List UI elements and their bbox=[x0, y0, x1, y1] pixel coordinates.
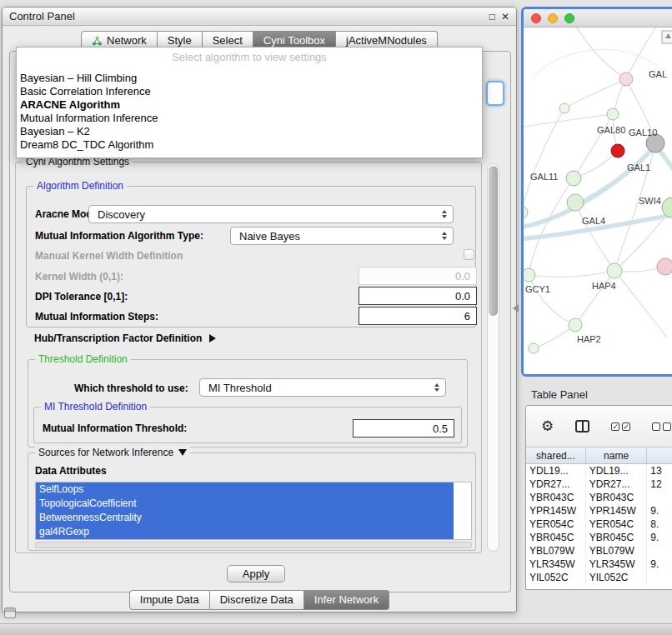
kernel-width-field[interactable]: 0.0 bbox=[359, 267, 477, 285]
network-node-pink[interactable] bbox=[657, 258, 672, 275]
zoom-traffic-light-icon[interactable] bbox=[564, 13, 574, 23]
combo-arrows-icon bbox=[434, 383, 439, 392]
apply-button[interactable]: Apply bbox=[227, 565, 285, 582]
tab-infer-network-label: Infer Network bbox=[314, 593, 379, 606]
threshold-definition-group: Threshold Definition Which threshold to … bbox=[28, 359, 468, 448]
minimize-traffic-light-icon[interactable] bbox=[548, 13, 558, 23]
list-item[interactable]: SelfLoops bbox=[36, 482, 454, 497]
table-header-row: shared... name bbox=[526, 448, 672, 464]
cell: YDR27... bbox=[526, 478, 586, 491]
hub-definition-disclosure[interactable]: Hub/Transcription Factor Definition bbox=[34, 332, 216, 344]
table-row[interactable]: YDR27... YDR27... 12 bbox=[526, 478, 672, 491]
control-panel-titlebar[interactable]: Control Panel □ ✕ bbox=[3, 8, 516, 26]
close-window-icon[interactable]: ✕ bbox=[501, 11, 509, 22]
mi-steps-value: 6 bbox=[464, 310, 470, 322]
algorithm-option[interactable]: Mutual Information Inference bbox=[17, 112, 482, 125]
threshold-definition-title: Threshold Definition bbox=[35, 353, 131, 365]
tab-impute-data[interactable]: Impute Data bbox=[129, 590, 210, 610]
kernel-width-label: Kernel Width (0,1): bbox=[35, 271, 123, 282]
float-window-icon[interactable]: □ bbox=[489, 11, 495, 22]
network-node[interactable] bbox=[524, 268, 535, 282]
column-header[interactable]: shared... bbox=[526, 448, 586, 463]
cell: 9. bbox=[647, 504, 672, 518]
minimized-panel-icon[interactable] bbox=[4, 608, 16, 618]
network-node[interactable] bbox=[529, 343, 539, 353]
tab-discretize-data[interactable]: Discretize Data bbox=[210, 590, 304, 610]
splitter-collapse-arrow[interactable] bbox=[513, 304, 519, 312]
column-header[interactable] bbox=[647, 448, 672, 463]
aracne-mode-select[interactable]: Discovery bbox=[88, 205, 454, 223]
algorithm-option[interactable]: Bayesian – Hill Climbing bbox=[17, 72, 482, 85]
gear-icon[interactable]: ⚙ bbox=[541, 419, 554, 433]
node-label: GAL10 bbox=[629, 128, 657, 138]
algorithm-definition-group: Algorithm Definition Aracne Mode: Discov… bbox=[26, 186, 476, 328]
table-row[interactable]: YLR345W YLR345W 9. bbox=[526, 558, 672, 571]
mi-type-select[interactable]: Naive Bayes bbox=[230, 227, 454, 245]
deselect-all-columns-icon[interactable] bbox=[652, 422, 671, 431]
data-attributes-label: Data Attributes bbox=[35, 465, 107, 477]
list-item[interactable]: gal4RGexp bbox=[36, 525, 454, 539]
node-label: GAL80 bbox=[597, 125, 625, 135]
mi-threshold-field[interactable]: 0.5 bbox=[353, 419, 454, 438]
table-row[interactable]: YBR043C YBR043C bbox=[526, 491, 672, 504]
network-window-titlebar[interactable] bbox=[524, 9, 672, 28]
algorithm-option-selected[interactable]: ARACNE Algorithm bbox=[17, 98, 482, 112]
mi-steps-field[interactable]: 6 bbox=[359, 307, 477, 325]
dpi-tolerance-label: DPI Tolerance [0,1]: bbox=[35, 291, 128, 302]
table-row[interactable]: YPR145W YPR145W 9. bbox=[526, 504, 672, 518]
network-node[interactable] bbox=[559, 103, 569, 113]
mi-threshold-value: 0.5 bbox=[433, 422, 448, 435]
algorithm-option[interactable]: Basic Correlation Inference bbox=[17, 85, 482, 98]
list-item[interactable]: BetweennessCentrality bbox=[36, 511, 454, 525]
cell: YIL052C bbox=[586, 571, 648, 584]
table-row[interactable]: YBL079W YBL079W bbox=[526, 544, 672, 558]
cell: YPR145W bbox=[526, 504, 586, 518]
cyni-algorithm-settings-group: Cyni Algorithm Settings Algorithm Defini… bbox=[15, 162, 482, 553]
list-item[interactable]: TopologicalCoefficient bbox=[36, 497, 454, 511]
node-label: GAL4 bbox=[582, 216, 605, 226]
network-icon bbox=[92, 36, 103, 46]
cell: YLR345W bbox=[586, 558, 648, 571]
control-panel-title: Control Panel bbox=[9, 10, 75, 22]
algorithm-combo-focus-fragment bbox=[486, 81, 504, 106]
network-node[interactable] bbox=[567, 194, 584, 211]
table-row[interactable]: YDL19... YDL19... 13 bbox=[526, 464, 672, 478]
manual-kernel-checkbox[interactable] bbox=[464, 249, 474, 260]
list-horizontal-scrollbar[interactable] bbox=[35, 542, 472, 548]
settings-scrollbar-track[interactable] bbox=[487, 163, 499, 552]
columns-icon[interactable] bbox=[575, 420, 589, 432]
node-label: GAL11 bbox=[530, 172, 558, 182]
network-scrollbar-arrow[interactable] bbox=[662, 31, 672, 43]
network-node[interactable] bbox=[619, 72, 633, 86]
algorithm-option[interactable]: Dream8 DC_TDC Algorithm bbox=[17, 138, 482, 152]
column-header[interactable]: name bbox=[586, 448, 648, 463]
table-panel-toolbar: ⚙ ✓ ✓ bbox=[526, 406, 672, 448]
dpi-tolerance-field[interactable]: 0.0 bbox=[359, 287, 477, 305]
network-node[interactable] bbox=[569, 318, 582, 332]
network-canvas[interactable]: GAL80 GAL10 GAL11 GAL1 SWI4 GAL4 GCY1 HA… bbox=[524, 28, 672, 374]
network-node-red[interactable] bbox=[611, 144, 624, 158]
data-attributes-list: SelfLoops TopologicalCoefficient Between… bbox=[35, 482, 472, 540]
checked-box-icon: ✓ bbox=[611, 422, 619, 431]
cell: YIL052C bbox=[526, 571, 586, 584]
network-node[interactable] bbox=[607, 263, 622, 278]
network-node[interactable] bbox=[566, 171, 581, 186]
cell: 9. bbox=[647, 558, 672, 571]
network-node[interactable] bbox=[607, 108, 619, 120]
table-row[interactable]: YBR045C YBR045C 9. bbox=[526, 531, 672, 544]
which-threshold-select[interactable]: MI Threshold bbox=[199, 378, 446, 397]
close-traffic-light-icon[interactable] bbox=[531, 13, 541, 23]
sources-title: Sources for Network Inference bbox=[38, 447, 173, 458]
network-node[interactable] bbox=[524, 206, 528, 219]
settings-scrollbar-thumb[interactable] bbox=[489, 166, 498, 316]
table-row[interactable]: YER054C YER054C 8. bbox=[526, 518, 672, 531]
select-all-columns-icon[interactable]: ✓ ✓ bbox=[611, 422, 630, 431]
disclosure-down-icon bbox=[178, 449, 187, 456]
algorithm-option[interactable]: Bayesian – K2 bbox=[17, 125, 482, 138]
algorithm-options: Bayesian – Hill Climbing Basic Correlati… bbox=[17, 72, 482, 152]
sources-disclosure[interactable]: Sources for Network Inference bbox=[35, 447, 190, 458]
table-row[interactable]: YIL052C YIL052C bbox=[526, 571, 672, 584]
manual-kernel-label: Manual Kernel Width Definition bbox=[35, 250, 183, 262]
mi-type-label: Mutual Information Algorithm Type: bbox=[35, 230, 203, 242]
tab-infer-network[interactable]: Infer Network bbox=[304, 590, 389, 610]
